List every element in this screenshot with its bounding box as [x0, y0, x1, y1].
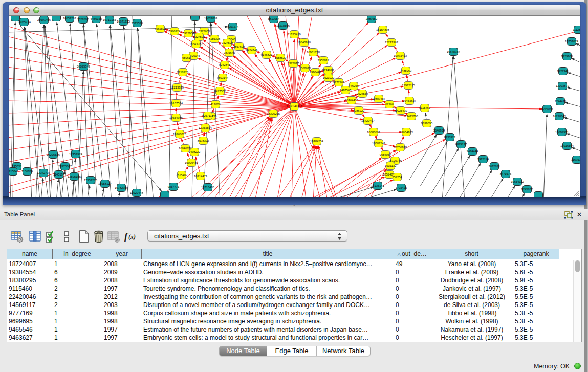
- graph-edge[interactable]: [543, 114, 547, 197]
- graph-edge[interactable]: [294, 106, 320, 197]
- graph-node[interactable]: [11, 16, 20, 21]
- tab-network-table[interactable]: Network Table: [317, 346, 370, 356]
- cell-in_degree[interactable]: 6: [53, 268, 102, 276]
- graph-edge[interactable]: [277, 106, 294, 197]
- graph-edge[interactable]: [212, 117, 271, 197]
- graph-edge[interactable]: [138, 28, 147, 197]
- graph-edge[interactable]: [276, 145, 314, 197]
- tab-edge-table[interactable]: Edge Table: [267, 346, 317, 356]
- cell-pagerank[interactable]: 5.3E-5: [513, 325, 559, 334]
- cell-year[interactable]: 2008: [102, 260, 142, 268]
- cell-pagerank[interactable]: 5.3E-5: [513, 260, 559, 268]
- cell-out_de[interactable]: 0: [394, 293, 430, 301]
- graph-edge[interactable]: [9, 27, 228, 32]
- cell-in_degree[interactable]: 6: [53, 276, 102, 285]
- cell-title[interactable]: Estimation of significance thresholds fo…: [142, 276, 394, 285]
- cell-pagerank[interactable]: 5.6E-5: [513, 268, 559, 276]
- cell-name[interactable]: 18724007: [7, 260, 53, 268]
- graph-edge[interactable]: [318, 145, 338, 197]
- checkboxes-icon[interactable]: [45, 229, 59, 244]
- column-header-pagerank[interactable]: pagerank: [513, 249, 559, 259]
- cell-name[interactable]: 14569117: [7, 301, 53, 309]
- cell-name[interactable]: 9465546: [7, 325, 53, 334]
- cell-year[interactable]: 1997: [102, 325, 142, 334]
- close-window-button[interactable]: [13, 7, 19, 13]
- cell-name[interactable]: 22420046: [7, 293, 53, 301]
- cell-short[interactable]: Yano et al. (2008): [430, 260, 513, 268]
- cell-short[interactable]: Wolkin et al. (1998): [430, 317, 513, 325]
- cell-pagerank[interactable]: 5.3E-5: [513, 317, 559, 325]
- cell-name[interactable]: 18300295: [7, 276, 53, 285]
- cell-short[interactable]: Franke et al. (2009): [430, 268, 513, 276]
- cell-name[interactable]: 9699695: [7, 317, 53, 325]
- network-table-selector[interactable]: citations_edges.txt: [147, 230, 347, 242]
- cell-in_degree[interactable]: 1: [53, 309, 102, 317]
- graph-node[interactable]: [161, 191, 169, 198]
- graph-edge[interactable]: [358, 189, 397, 197]
- graph-edge[interactable]: [476, 178, 503, 197]
- column-header-out_de[interactable]: △out_de…: [394, 249, 430, 259]
- cell-in_degree[interactable]: 2: [53, 301, 102, 309]
- cell-year[interactable]: 2012: [102, 293, 142, 301]
- graph-node[interactable]: [52, 16, 61, 21]
- graph-edge[interactable]: [342, 163, 391, 197]
- cell-year[interactable]: 1997: [102, 285, 142, 293]
- cell-title[interactable]: Structural magnetic resonance image aver…: [142, 317, 394, 325]
- cell-name[interactable]: 9115460: [7, 285, 53, 293]
- resize-grip-icon[interactable]: [573, 189, 580, 196]
- cell-title[interactable]: Tourette syndrome. Phenomenology and cla…: [142, 285, 394, 293]
- cell-short[interactable]: Stergiakouli et al. (2012): [430, 293, 513, 301]
- cell-year[interactable]: 2009: [102, 268, 142, 276]
- scrollbar-thumb[interactable]: [575, 260, 580, 272]
- graph-edge[interactable]: [488, 186, 515, 197]
- graph-edge[interactable]: [128, 16, 132, 197]
- graph-edge[interactable]: [228, 118, 271, 197]
- graph-edge[interactable]: [431, 148, 459, 193]
- graph-edge[interactable]: [9, 101, 294, 106]
- graph-edge[interactable]: [50, 159, 53, 197]
- graph-edge[interactable]: [97, 24, 112, 197]
- cell-pagerank[interactable]: 5.3E-5: [513, 301, 559, 309]
- cell-pagerank[interactable]: 5.9E-5: [513, 276, 559, 285]
- cell-name[interactable]: 19384554: [7, 268, 53, 276]
- table-row[interactable]: 1938455462009Genome–wide association stu…: [7, 268, 559, 276]
- cell-out_de[interactable]: 0: [394, 268, 430, 276]
- cell-title[interactable]: Disruption of a novel member of a sodium…: [142, 301, 394, 309]
- cell-short[interactable]: Hescheler et al. (1997): [430, 334, 513, 342]
- cell-year[interactable]: 1998: [102, 317, 142, 325]
- column-header-name[interactable]: name: [7, 249, 53, 259]
- cell-pagerank[interactable]: 5.5E-5: [513, 293, 559, 301]
- cell-title[interactable]: Embryonic stem cells: a model to study s…: [142, 334, 394, 342]
- cell-in_degree[interactable]: 1: [53, 334, 102, 342]
- close-panel-icon[interactable]: ✕: [575, 211, 583, 219]
- table-row[interactable]: 1872400712008Changes of HCN gene express…: [7, 260, 559, 268]
- cell-out_de[interactable]: 0: [394, 301, 430, 309]
- table-row[interactable]: 977716911998Corpus callosum shape and si…: [7, 309, 559, 317]
- cell-short[interactable]: Jankovic et al. (1997): [430, 285, 513, 293]
- graph-edge[interactable]: [420, 141, 447, 186]
- cell-in_degree[interactable]: 1: [53, 325, 102, 334]
- cell-title[interactable]: Estimation of the future numbers of pati…: [142, 325, 394, 334]
- graph-edge[interactable]: [409, 135, 437, 180]
- column-header-title[interactable]: title: [142, 249, 394, 259]
- graph-edge[interactable]: [294, 30, 580, 106]
- graph-edge[interactable]: [187, 74, 294, 106]
- cell-pagerank[interactable]: 5.3E-5: [513, 285, 559, 293]
- table-disabled-icon[interactable]: [106, 229, 121, 244]
- table-row[interactable]: 969969511998Structural magnetic resonanc…: [7, 317, 559, 325]
- cell-out_de[interactable]: 0: [394, 285, 430, 293]
- cell-pagerank[interactable]: 5.3E-5: [513, 309, 559, 317]
- graph-edge[interactable]: [9, 26, 294, 106]
- cell-in_degree[interactable]: 2: [53, 293, 102, 301]
- graph-node[interactable]: [534, 192, 543, 198]
- cell-year[interactable]: 2008: [102, 276, 142, 285]
- cell-out_de[interactable]: 0: [394, 309, 430, 317]
- cell-name[interactable]: 9463627: [7, 334, 53, 342]
- cell-year[interactable]: 1997: [102, 334, 142, 342]
- network-window-titlebar[interactable]: citations_edges.txt: [9, 5, 580, 16]
- cell-title[interactable]: Genome–wide association studies in ADHD.: [142, 268, 394, 276]
- graph-edge[interactable]: [9, 106, 294, 150]
- table-row[interactable]: 1456911722003Disruption of a novel membe…: [7, 301, 559, 309]
- table-gear-icon[interactable]: [10, 229, 24, 244]
- new-document-icon[interactable]: [77, 229, 91, 244]
